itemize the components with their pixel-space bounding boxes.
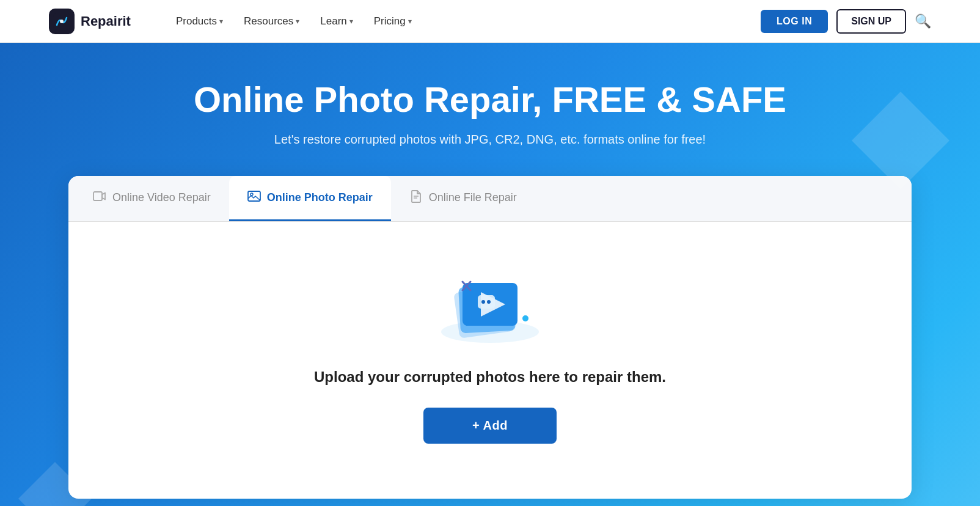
add-button[interactable]: + Add [423, 408, 557, 444]
video-icon [93, 189, 106, 206]
hero-section: Online Photo Repair, FREE & SAFE Let's r… [0, 43, 980, 506]
logo-icon [49, 9, 75, 34]
upload-text: Upload your corrupted photos here to rep… [314, 369, 666, 386]
nav-items: Products ▾ Resources ▾ Learn ▾ Pricing ▾ [167, 10, 736, 32]
svg-marker-2 [852, 92, 949, 189]
upload-illustration [423, 252, 557, 350]
svg-marker-3 [18, 462, 92, 506]
tab-photo-repair[interactable]: Online Photo Repair [229, 176, 391, 221]
nav-item-learn[interactable]: Learn ▾ [312, 10, 361, 32]
navbar: Repairit Products ▾ Resources ▾ Learn ▾ … [0, 0, 980, 43]
nav-item-products[interactable]: Products ▾ [167, 10, 232, 32]
photo-icon [247, 189, 261, 206]
chevron-down-icon: ▾ [219, 17, 223, 26]
search-icon: 🔍 [915, 13, 931, 29]
svg-point-18 [522, 315, 528, 321]
login-button[interactable]: LOG IN [761, 10, 828, 33]
tab-bar: Online Video Repair Online Photo Repair [68, 176, 912, 222]
svg-rect-13 [478, 295, 495, 309]
nav-actions: LOG IN SIGN UP 🔍 [761, 9, 931, 34]
hero-subtitle: Let's restore corrupted photos with JPG,… [49, 133, 931, 147]
svg-point-14 [481, 300, 485, 304]
tab-file-repair[interactable]: Online File Repair [391, 176, 535, 221]
tab-file-label: Online File Repair [429, 191, 517, 204]
svg-point-15 [487, 300, 491, 304]
hero-title: Online Photo Repair, FREE & SAFE [49, 79, 931, 120]
chevron-down-icon: ▾ [408, 17, 412, 26]
nav-item-resources[interactable]: Resources ▾ [235, 10, 308, 32]
svg-point-1 [60, 20, 64, 23]
tab-video-label: Online Video Repair [112, 191, 211, 204]
chevron-down-icon: ▾ [296, 17, 299, 26]
logo-text: Repairit [81, 13, 131, 29]
deco-shape-left [18, 462, 92, 506]
file-icon [409, 189, 423, 206]
nav-item-pricing[interactable]: Pricing ▾ [365, 10, 420, 32]
svg-rect-4 [93, 192, 102, 200]
logo-area[interactable]: Repairit [49, 9, 131, 34]
signup-button[interactable]: SIGN UP [836, 9, 906, 34]
tab-video-repair[interactable]: Online Video Repair [75, 176, 229, 221]
upload-area: Upload your corrupted photos here to rep… [68, 222, 912, 468]
deco-shape-right [852, 92, 949, 189]
search-button[interactable]: 🔍 [915, 13, 931, 29]
chevron-down-icon: ▾ [349, 17, 353, 26]
repair-card: Online Video Repair Online Photo Repair [68, 176, 912, 499]
tab-photo-label: Online Photo Repair [267, 191, 373, 204]
